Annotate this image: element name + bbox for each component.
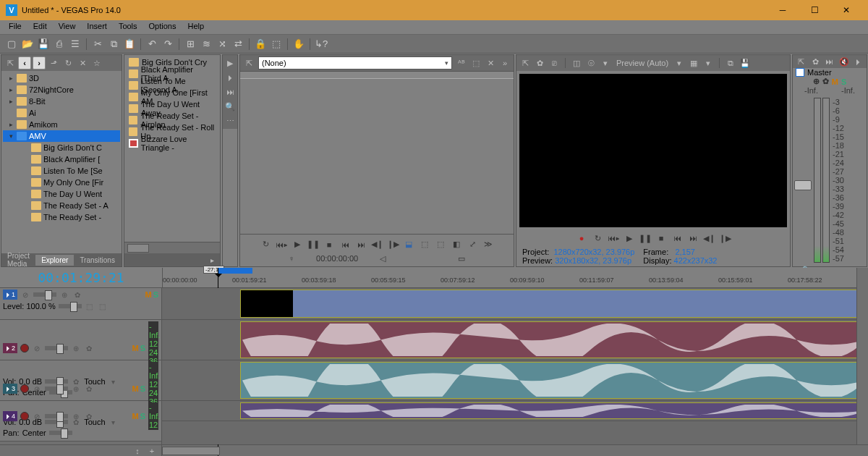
- solo-button[interactable]: S: [140, 384, 145, 393]
- prev-settings-icon[interactable]: ✿: [533, 56, 546, 69]
- maximize-button[interactable]: ☐: [799, 0, 830, 20]
- overlay-icon[interactable]: ▦: [687, 56, 700, 69]
- redo-icon[interactable]: ↷: [161, 37, 175, 51]
- fx-icon[interactable]: ✿: [72, 290, 82, 300]
- ripple-icon[interactable]: ≋: [199, 37, 213, 51]
- gain-slider[interactable]: [45, 387, 68, 391]
- output-icon[interactable]: ⏵: [851, 55, 864, 68]
- trimmer-media-select[interactable]: (None)▾: [258, 56, 452, 69]
- mute-button[interactable]: M: [145, 290, 151, 299]
- zoom-in-icon[interactable]: +: [145, 444, 158, 457]
- fx-icon[interactable]: ✿: [822, 77, 829, 86]
- touch-icon[interactable]: ✋: [292, 37, 306, 51]
- fit-icon[interactable]: ⤢: [465, 238, 480, 251]
- copy-icon[interactable]: ⧉: [106, 37, 121, 51]
- file-scrollbar[interactable]: [124, 242, 220, 253]
- fx-icon[interactable]: ⬚: [469, 56, 482, 69]
- track-lane-4[interactable]: [162, 401, 868, 421]
- fx-bypass-icon[interactable]: ⦾: [584, 56, 597, 69]
- tab-explorer[interactable]: Explorer: [35, 255, 74, 266]
- track-header-1[interactable]: ⏵1⊘⊕✿MSLevel: 100.0 %⬚⬚: [0, 288, 161, 320]
- autocross-icon[interactable]: ⤨: [215, 37, 229, 51]
- help-icon[interactable]: ↳?: [314, 37, 328, 51]
- external-icon[interactable]: ⎚: [548, 56, 561, 69]
- trimmer-canvas[interactable]: [240, 71, 514, 235]
- spellcheck-icon[interactable]: ᴬᴮ: [455, 56, 468, 69]
- clip[interactable]: [240, 402, 868, 419]
- file-list[interactable]: Big Girls Don't CryBlack Amplifier [Thir…: [124, 55, 220, 242]
- solo-button[interactable]: S: [841, 77, 846, 86]
- menu-edit[interactable]: Edit: [27, 20, 53, 34]
- file-item[interactable]: Bizzare Love Triangle -: [126, 138, 218, 149]
- menu-view[interactable]: View: [53, 20, 82, 34]
- tab-projectmedia[interactable]: Project Media: [1, 250, 35, 269]
- new-project-icon[interactable]: ▢: [4, 37, 19, 51]
- play-icon[interactable]: ▶: [290, 238, 305, 251]
- tree-item[interactable]: ▸3D: [3, 72, 120, 84]
- gain-slider[interactable]: [33, 292, 56, 297]
- master-fader[interactable]: [794, 180, 812, 190]
- tab-scroll-right[interactable]: ▸: [205, 255, 220, 266]
- downmix-icon[interactable]: 🔇: [838, 55, 851, 68]
- menu-help[interactable]: Help: [182, 20, 210, 34]
- play-start-icon[interactable]: ⏮▶: [606, 232, 621, 245]
- folder-tree[interactable]: ▸3D▸72NightCore▸8-BitAi▸Amikom▾AMVBig Gi…: [1, 71, 122, 253]
- clip[interactable]: [240, 321, 868, 358]
- tree-item[interactable]: The Ready Set -: [3, 211, 120, 223]
- pan-slider[interactable]: [49, 431, 72, 435]
- timeline-ruler[interactable]: -27;16 00:00:00:0000:01:59:2100:03:59:18…: [162, 268, 868, 287]
- gain-slider[interactable]: [45, 414, 68, 418]
- play-icon[interactable]: ▶: [224, 56, 237, 69]
- mute-button[interactable]: M: [132, 344, 138, 352]
- minimize-button[interactable]: ─: [767, 0, 799, 20]
- copy-frame-icon[interactable]: ⧉: [724, 56, 737, 69]
- bypass-icon[interactable]: ⊘: [32, 411, 42, 421]
- mute-button[interactable]: M: [832, 77, 838, 86]
- close-button[interactable]: ✕: [830, 0, 862, 20]
- zoom-icon[interactable]: 🔍: [224, 100, 237, 113]
- tree-item[interactable]: ▾AMV: [3, 130, 120, 142]
- track-header-2[interactable]: ⏵2⊘⊕✿MS-Inf.12243648Vol:0.0 dB✿Touch▾Pan…: [0, 320, 161, 360]
- fx-icon[interactable]: ✿: [84, 343, 94, 353]
- timeline-timecode[interactable]: 00:01:29:21: [0, 268, 162, 287]
- track-lane-3[interactable]: [162, 360, 868, 401]
- stop-icon[interactable]: ■: [654, 232, 668, 245]
- render-icon[interactable]: ⎙: [52, 37, 67, 51]
- dim-icon[interactable]: ⏭: [823, 55, 836, 68]
- record-arm-icon[interactable]: [20, 384, 29, 393]
- bypass-icon[interactable]: ⊘: [20, 290, 30, 300]
- mute-button[interactable]: M: [132, 412, 138, 421]
- solo-button[interactable]: S: [140, 344, 145, 352]
- favorites-icon[interactable]: ☆: [90, 56, 103, 69]
- preview-canvas[interactable]: [519, 74, 787, 227]
- dock-icon[interactable]: ⇱: [519, 56, 532, 69]
- menu-file[interactable]: File: [3, 20, 27, 34]
- loop-region[interactable]: [218, 268, 252, 274]
- stop-icon[interactable]: ■: [322, 238, 336, 251]
- loop-icon[interactable]: ↻: [258, 238, 273, 251]
- level-slider[interactable]: [59, 304, 82, 308]
- gain-slider[interactable]: [45, 346, 68, 350]
- start-icon[interactable]: ⏮: [338, 238, 352, 251]
- next-frame-icon[interactable]: ❙▶: [718, 232, 732, 245]
- preview-quality-label[interactable]: Preview (Auto): [613, 59, 671, 67]
- close-trim-icon[interactable]: ✕: [484, 56, 497, 69]
- track-lane-2[interactable]: [162, 320, 868, 360]
- zoom-height-icon[interactable]: ↕: [131, 444, 144, 457]
- tree-item[interactable]: The Ready Set - A: [3, 200, 120, 211]
- open-icon[interactable]: 📂: [20, 37, 35, 51]
- play-start-icon[interactable]: ⏮▶: [274, 238, 289, 251]
- snap-icon[interactable]: ⊞: [183, 37, 197, 51]
- play-from-icon[interactable]: ⏭: [224, 85, 237, 98]
- solo-button[interactable]: S: [153, 290, 158, 299]
- start-icon[interactable]: ⏮: [670, 232, 684, 245]
- record-arm-icon[interactable]: [20, 344, 29, 352]
- refresh-icon[interactable]: ↻: [61, 56, 75, 69]
- comp-icon[interactable]: ⬚: [85, 301, 95, 311]
- tree-item[interactable]: ▸72NightCore: [3, 84, 120, 96]
- ignore-icon[interactable]: ⬚: [269, 37, 284, 51]
- track-lane-1[interactable]: [162, 288, 868, 320]
- tree-item[interactable]: ▸Amikom: [3, 119, 120, 130]
- lock-icon[interactable]: 🔒: [253, 37, 268, 51]
- delete-icon[interactable]: ✕: [76, 56, 89, 69]
